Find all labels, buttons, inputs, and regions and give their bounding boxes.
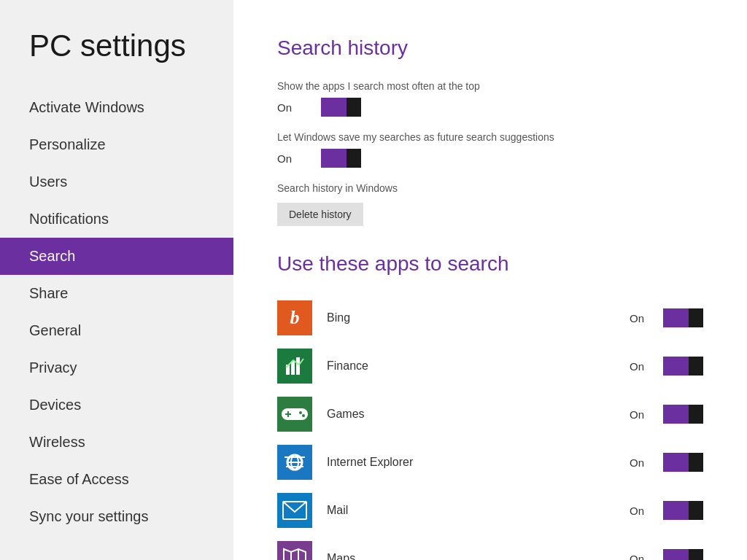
- app-toggle-maps[interactable]: [663, 549, 703, 560]
- app-status-mail: On: [630, 505, 651, 517]
- app-name-ie: Internet Explorer: [327, 456, 630, 469]
- app-icon-finance: [277, 349, 312, 384]
- app-icon-bing: b: [277, 300, 312, 335]
- app-icon-ie: [277, 445, 312, 480]
- setting-show-apps: Show the apps I search most often at the…: [277, 80, 703, 117]
- mail-icon: [277, 493, 312, 528]
- setting1-toggle[interactable]: [321, 98, 361, 117]
- app-toggle-row-ie: On: [630, 453, 703, 472]
- app-row-maps: Maps On: [277, 537, 703, 560]
- setting2-toggle-row: On: [277, 149, 703, 168]
- app-toggle-bing[interactable]: [663, 308, 703, 327]
- app-toggle-games[interactable]: [663, 405, 703, 424]
- app-row-ie: Internet Explorer On: [277, 440, 703, 484]
- app-toggle-finance[interactable]: [663, 357, 703, 376]
- sidebar-item-devices[interactable]: Devices: [29, 386, 233, 424]
- app-toggle-row-finance: On: [630, 357, 703, 376]
- sidebar-item-sync-settings[interactable]: Sync your settings: [29, 498, 233, 535]
- main-content: Search history Show the apps I search mo…: [233, 0, 747, 560]
- sidebar-item-activate-windows[interactable]: Activate Windows: [29, 89, 233, 126]
- app-status-ie: On: [630, 456, 651, 469]
- app-name-maps: Maps: [327, 552, 630, 560]
- app-name-mail: Mail: [327, 504, 630, 517]
- app-title: PC settings: [29, 29, 233, 63]
- svg-rect-2: [296, 357, 300, 375]
- sidebar-item-users[interactable]: Users: [29, 163, 233, 201]
- sidebar-item-share[interactable]: Share: [29, 275, 233, 312]
- app-row-games: Games On: [277, 392, 703, 436]
- app-status-bing: On: [630, 312, 651, 324]
- setting1-label: Show the apps I search most often at the…: [277, 80, 703, 92]
- app-toggle-row-mail: On: [630, 501, 703, 520]
- svg-point-7: [302, 414, 305, 417]
- app-list: b Bing On Finance On: [277, 296, 703, 560]
- app-name-finance: Finance: [327, 359, 630, 373]
- history-subheading: Search history in Windows: [277, 182, 703, 194]
- sidebar-item-personalize[interactable]: Personalize: [29, 126, 233, 163]
- svg-rect-1: [291, 361, 295, 375]
- setting2-toggle[interactable]: [321, 149, 361, 168]
- sidebar-item-wireless[interactable]: Wireless: [29, 424, 233, 461]
- setting-save-searches: Let Windows save my searches as future s…: [277, 131, 703, 168]
- setting1-toggle-row: On: [277, 98, 703, 117]
- sidebar-item-general[interactable]: General: [29, 312, 233, 349]
- app-row-bing: b Bing On: [277, 296, 703, 340]
- app-status-maps: On: [630, 553, 651, 561]
- app-icon-mail: [277, 493, 312, 528]
- setting1-status: On: [277, 101, 306, 114]
- svg-rect-5: [285, 413, 291, 415]
- app-status-finance: On: [630, 360, 651, 373]
- app-icon-maps: [277, 541, 312, 560]
- setting2-label: Let Windows save my searches as future s…: [277, 131, 703, 143]
- app-toggle-ie[interactable]: [663, 453, 703, 472]
- app-toggle-row-maps: On: [630, 549, 703, 560]
- setting2-status: On: [277, 152, 306, 165]
- app-row-finance: Finance On: [277, 344, 703, 388]
- games-icon: [277, 397, 312, 432]
- svg-marker-14: [284, 549, 306, 560]
- app-row-mail: Mail On: [277, 489, 703, 532]
- sidebar-item-search[interactable]: Search: [0, 238, 233, 275]
- finance-icon: [277, 349, 312, 384]
- maps-icon: [277, 541, 312, 560]
- sidebar-item-ease-of-access[interactable]: Ease of Access: [29, 461, 233, 498]
- app-toggle-row-bing: On: [630, 308, 703, 327]
- delete-history-button[interactable]: Delete history: [277, 203, 363, 226]
- apps-search-title: Use these apps to search: [277, 252, 703, 276]
- svg-point-6: [299, 411, 302, 414]
- app-name-bing: Bing: [327, 311, 630, 324]
- app-name-games: Games: [327, 408, 630, 421]
- sidebar-item-notifications[interactable]: Notifications: [29, 201, 233, 238]
- sidebar-item-privacy[interactable]: Privacy: [29, 349, 233, 386]
- bing-icon: b: [277, 300, 312, 335]
- app-icon-games: [277, 397, 312, 432]
- app-toggle-row-games: On: [630, 405, 703, 424]
- ie-icon: [277, 445, 312, 480]
- sidebar: PC settings Activate WindowsPersonalizeU…: [0, 0, 233, 560]
- app-toggle-mail[interactable]: [663, 501, 703, 520]
- search-history-title: Search history: [277, 36, 703, 60]
- app-status-games: On: [630, 408, 651, 421]
- nav-list: Activate WindowsPersonalizeUsersNotifica…: [29, 89, 233, 535]
